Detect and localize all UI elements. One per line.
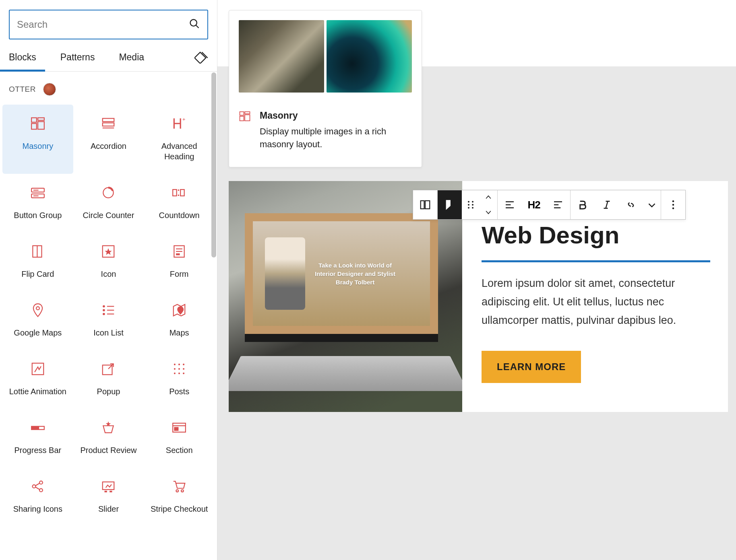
svg-point-26 bbox=[672, 204, 674, 206]
section-title: OTTER bbox=[9, 85, 36, 94]
block-item-masonry[interactable]: Masonry bbox=[2, 105, 73, 174]
block-type-button[interactable] bbox=[438, 190, 462, 219]
stripe-icon bbox=[172, 479, 187, 494]
block-item-circle-counter[interactable]: Circle Counter bbox=[73, 174, 144, 233]
block-label: Slider bbox=[98, 504, 119, 514]
section-icon bbox=[172, 420, 187, 435]
popup-icon bbox=[101, 361, 116, 377]
progress-bar-icon bbox=[30, 420, 45, 435]
advanced-heading-icon bbox=[172, 116, 187, 131]
block-item-advanced-heading[interactable]: Advanced Heading bbox=[144, 105, 215, 174]
block-label: Form bbox=[170, 269, 189, 279]
search-icon[interactable] bbox=[189, 18, 200, 31]
countdown-icon bbox=[172, 185, 187, 200]
learn-more-button[interactable]: LEARN MORE bbox=[482, 351, 581, 383]
block-label: Product Review bbox=[80, 445, 136, 455]
block-label: Icon List bbox=[93, 327, 123, 338]
select-parent-button[interactable] bbox=[413, 190, 437, 219]
block-label: Flip Card bbox=[21, 269, 54, 279]
google-maps-icon bbox=[30, 303, 45, 318]
block-item-stripe[interactable]: Stripe Checkout bbox=[144, 467, 215, 526]
maps-icon bbox=[172, 303, 187, 318]
otter-avatar-icon bbox=[43, 83, 56, 96]
svg-point-10 bbox=[468, 201, 469, 203]
lottie-icon bbox=[30, 361, 45, 377]
block-item-sharing[interactable]: Sharing Icons bbox=[2, 467, 73, 526]
block-item-popup[interactable]: Popup bbox=[73, 350, 144, 409]
block-label: Maps bbox=[170, 327, 189, 338]
icon-block-icon bbox=[101, 244, 116, 259]
align-button[interactable] bbox=[498, 190, 522, 219]
link-button[interactable] bbox=[619, 190, 643, 219]
masonry-icon bbox=[239, 110, 251, 124]
accordion-icon bbox=[101, 116, 116, 131]
block-item-maps[interactable]: Maps bbox=[144, 291, 215, 350]
block-item-icon-block[interactable]: Icon bbox=[73, 233, 144, 291]
svg-rect-6 bbox=[245, 115, 250, 121]
content-heading[interactable]: Web Design bbox=[482, 221, 710, 249]
content-paragraph[interactable]: Lorem ipsum dolor sit amet, consectetur … bbox=[482, 274, 710, 330]
inserter-tabs: Blocks Patterns Media bbox=[0, 43, 217, 72]
move-up-button[interactable] bbox=[480, 190, 497, 205]
block-label: Accordion bbox=[91, 141, 126, 151]
block-item-product-review[interactable]: Product Review bbox=[73, 409, 144, 467]
tab-media[interactable]: Media bbox=[119, 43, 144, 71]
svg-rect-7 bbox=[240, 116, 244, 121]
sharing-icon bbox=[30, 479, 45, 494]
italic-button[interactable] bbox=[595, 190, 619, 219]
bold-button[interactable] bbox=[571, 190, 595, 219]
search-input[interactable] bbox=[17, 19, 189, 30]
block-label: Advanced Heading bbox=[147, 141, 211, 162]
block-toolbar: H2 bbox=[413, 190, 686, 220]
drag-handle[interactable] bbox=[462, 190, 480, 219]
svg-rect-4 bbox=[240, 112, 244, 115]
block-item-lottie[interactable]: Lottie Animation bbox=[2, 350, 73, 409]
svg-line-1 bbox=[196, 25, 199, 28]
form-icon bbox=[172, 244, 187, 259]
block-section-header: OTTER bbox=[0, 72, 217, 101]
block-label: Progress Bar bbox=[14, 445, 61, 455]
block-item-progress-bar[interactable]: Progress Bar bbox=[2, 409, 73, 467]
block-item-slider[interactable]: Slider bbox=[73, 467, 144, 526]
block-label: Posts bbox=[169, 386, 189, 397]
block-item-section[interactable]: Section bbox=[144, 409, 215, 467]
icon-list-icon bbox=[101, 303, 116, 318]
block-item-posts[interactable]: Posts bbox=[144, 350, 215, 409]
button-group-icon bbox=[30, 185, 45, 200]
block-label: Circle Counter bbox=[83, 210, 134, 220]
svg-rect-8 bbox=[421, 201, 424, 209]
search-box bbox=[9, 10, 208, 39]
block-item-countdown[interactable]: Countdown bbox=[144, 174, 215, 233]
block-item-form[interactable]: Form bbox=[144, 233, 215, 291]
preview-description: Display multiple images in a rich masonr… bbox=[260, 125, 412, 151]
block-item-accordion[interactable]: Accordion bbox=[73, 105, 144, 174]
more-rich-text-button[interactable] bbox=[643, 190, 661, 219]
block-label: Button Group bbox=[14, 210, 62, 220]
block-label: Popup bbox=[97, 386, 120, 397]
sidebar-scrollbar[interactable] bbox=[211, 72, 217, 560]
heading-divider bbox=[482, 260, 710, 262]
block-label: Lottie Animation bbox=[9, 386, 66, 397]
block-item-flip-card[interactable]: Flip Card bbox=[2, 233, 73, 291]
svg-point-11 bbox=[472, 201, 473, 203]
block-label: Sharing Icons bbox=[13, 504, 62, 514]
svg-point-13 bbox=[472, 204, 473, 206]
block-label: Countdown bbox=[159, 210, 200, 220]
svg-line-22 bbox=[606, 201, 608, 208]
tab-patterns[interactable]: Patterns bbox=[60, 43, 95, 71]
svg-point-15 bbox=[472, 207, 473, 209]
text-align-button[interactable] bbox=[546, 190, 570, 219]
toolbar-options-button[interactable] bbox=[661, 190, 685, 219]
product-review-icon bbox=[101, 420, 116, 435]
block-item-icon-list[interactable]: Icon List bbox=[73, 291, 144, 350]
move-down-button[interactable] bbox=[480, 205, 497, 219]
collapse-panel-icon[interactable] bbox=[194, 50, 208, 65]
block-label: Stripe Checkout bbox=[151, 504, 208, 514]
block-label: Section bbox=[166, 445, 193, 455]
editor-canvas: Masonry Display multiple images in a ric… bbox=[217, 0, 736, 560]
tab-blocks[interactable]: Blocks bbox=[9, 43, 36, 71]
block-item-button-group[interactable]: Button Group bbox=[2, 174, 73, 233]
block-preview-popover: Masonry Display multiple images in a ric… bbox=[229, 10, 422, 167]
heading-level-button[interactable]: H2 bbox=[522, 190, 546, 219]
block-item-google-maps[interactable]: Google Maps bbox=[2, 291, 73, 350]
